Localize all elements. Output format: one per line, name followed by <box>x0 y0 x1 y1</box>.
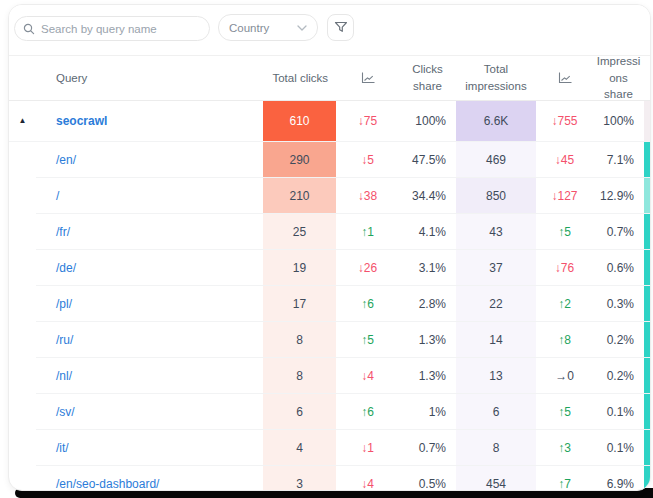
row-expand-cell[interactable]: ▲ <box>9 394 36 430</box>
total-clicks-value: 4 <box>296 441 303 455</box>
query-link[interactable]: /en/seo-dashboard/ <box>56 477 159 491</box>
row-expand-cell[interactable]: ▲ <box>9 430 36 466</box>
collapse-arrow-icon[interactable]: ▲ <box>19 117 27 125</box>
search-input[interactable] <box>41 23 201 35</box>
position-edge-cell <box>644 466 650 490</box>
row-expand-cell[interactable]: ▲ <box>9 142 36 178</box>
header-total-impressions[interactable]: Total impressions <box>456 56 536 101</box>
total-impressions-cell: 22 <box>456 286 536 322</box>
row-expand-cell[interactable]: ▲ <box>9 250 36 286</box>
funnel-icon <box>334 21 348 34</box>
clicks-share-value: 4.1% <box>419 225 446 239</box>
row-expand-cell[interactable]: ▲ <box>9 101 36 142</box>
table-row[interactable]: ▲ /fr/ 25 ↑1 4.1% 43 ↑5 0.7% <box>9 214 650 250</box>
query-link[interactable]: seocrawl <box>56 114 107 128</box>
query-link[interactable]: /sv/ <box>56 405 75 419</box>
total-impressions-value: 43 <box>489 225 502 239</box>
position-edge-cell <box>644 286 650 322</box>
query-cell[interactable]: seocrawl <box>36 101 263 142</box>
chevron-down-icon <box>297 25 307 31</box>
table-row[interactable]: ▲ /ru/ 8 ↑5 1.3% 14 ↑8 0.2% <box>9 322 650 358</box>
query-cell[interactable]: /ru/ <box>36 322 263 358</box>
table-row[interactable]: ▲ /de/ 19 ↓26 3.1% 37 ↓76 0.6% <box>9 250 650 286</box>
table-row[interactable]: ▲ /pl/ 17 ↑6 2.8% 22 ↑2 0.3% <box>9 286 650 322</box>
impressions-trend-value: ↑7 <box>558 477 571 491</box>
clicks-share-cell: 1.3% <box>399 322 456 358</box>
country-dropdown[interactable]: Country <box>218 14 318 41</box>
total-impressions-value: 469 <box>486 153 506 167</box>
table-row[interactable]: ▲ seocrawl 610 ↓75 100% 6.6K ↓755 100% <box>9 101 650 142</box>
query-cell[interactable]: / <box>36 178 263 214</box>
table-row[interactable]: ▲ /en/ 290 ↓5 47.5% 469 ↓45 7.1% <box>9 142 650 178</box>
impressions-trend-value: ↓76 <box>555 261 574 275</box>
row-expand-cell[interactable]: ▲ <box>9 178 36 214</box>
query-cell[interactable]: /nl/ <box>36 358 263 394</box>
total-impressions-value: 14 <box>489 333 502 347</box>
impressions-share-value: 0.7% <box>607 225 634 239</box>
total-clicks-value: 25 <box>293 225 306 239</box>
impressions-share-value: 12.9% <box>600 189 634 203</box>
query-cell[interactable]: /en/seo-dashboard/ <box>36 466 263 490</box>
total-clicks-cell: 6 <box>263 394 336 430</box>
query-cell[interactable]: /fr/ <box>36 214 263 250</box>
query-cell[interactable]: /it/ <box>36 430 263 466</box>
total-impressions-cell: 469 <box>456 142 536 178</box>
header-impressions-trend[interactable] <box>536 56 593 101</box>
header-query[interactable]: Query <box>36 56 263 101</box>
total-clicks-value: 17 <box>293 297 306 311</box>
impressions-share-cell: 100% <box>593 101 644 142</box>
query-link[interactable]: /it/ <box>56 441 69 455</box>
total-clicks-value: 8 <box>296 333 303 347</box>
impressions-trend-cell: ↓45 <box>536 142 593 178</box>
total-clicks-value: 6 <box>296 405 303 419</box>
total-clicks-cell: 210 <box>263 178 336 214</box>
total-impressions-cell: 8 <box>456 430 536 466</box>
impressions-share-value: 6.9% <box>607 477 634 491</box>
total-impressions-value: 8 <box>493 441 500 455</box>
query-link[interactable]: /ru/ <box>56 333 73 347</box>
table-row[interactable]: ▲ /sv/ 6 ↑6 1% 6 ↑5 0.1% <box>9 394 650 430</box>
impressions-share-value: 0.3% <box>607 297 634 311</box>
query-link[interactable]: /fr/ <box>56 225 70 239</box>
header-clicks-share[interactable]: Clicks share <box>399 56 456 101</box>
table-row[interactable]: ▲ / 210 ↓38 34.4% 850 ↓127 12.9% <box>9 178 650 214</box>
clicks-trend-value: ↓4 <box>361 369 374 383</box>
clicks-share-cell: 0.7% <box>399 430 456 466</box>
impressions-share-cell: 12.9% <box>593 178 644 214</box>
total-impressions-value: 22 <box>489 297 502 311</box>
header-total-clicks[interactable]: Total clicks <box>263 56 336 101</box>
query-cell[interactable]: /de/ <box>36 250 263 286</box>
row-expand-cell[interactable]: ▲ <box>9 286 36 322</box>
impressions-trend-cell: ↑3 <box>536 430 593 466</box>
table-row[interactable]: ▲ /it/ 4 ↓1 0.7% 8 ↑3 0.1% <box>9 430 650 466</box>
impressions-share-cell: 0.2% <box>593 322 644 358</box>
search-box[interactable] <box>14 16 210 41</box>
query-link[interactable]: /de/ <box>56 261 76 275</box>
row-expand-cell[interactable]: ▲ <box>9 358 36 394</box>
row-expand-cell[interactable]: ▲ <box>9 466 36 490</box>
table-row[interactable]: ▲ /en/seo-dashboard/ 3 ↓4 0.5% 454 ↑7 6.… <box>9 466 650 490</box>
position-edge-cell <box>644 394 650 430</box>
query-cell[interactable]: /pl/ <box>36 286 263 322</box>
table-row[interactable]: ▲ /nl/ 8 ↓4 1.3% 13 →0 0.2% <box>9 358 650 394</box>
query-link[interactable]: /pl/ <box>56 297 72 311</box>
clicks-share-cell: 1.3% <box>399 358 456 394</box>
query-cell[interactable]: /en/ <box>36 142 263 178</box>
total-impressions-value: 454 <box>486 477 506 491</box>
query-link[interactable]: /nl/ <box>56 369 72 383</box>
filter-button[interactable] <box>327 14 354 41</box>
impressions-trend-value: ↑8 <box>558 333 571 347</box>
position-edge-cell <box>644 250 650 286</box>
row-expand-cell[interactable]: ▲ <box>9 214 36 250</box>
total-clicks-value: 3 <box>296 477 303 491</box>
query-link[interactable]: /en/ <box>56 153 76 167</box>
clicks-trend-value: ↓26 <box>358 261 377 275</box>
clicks-trend-cell: ↓4 <box>336 358 399 394</box>
query-cell[interactable]: /sv/ <box>36 394 263 430</box>
header-impressions-share[interactable]: Impressions share <box>593 56 644 101</box>
row-expand-cell[interactable]: ▲ <box>9 322 36 358</box>
header-clicks-trend[interactable] <box>336 56 399 101</box>
chart-icon <box>536 72 593 84</box>
clicks-trend-value: ↓1 <box>361 441 374 455</box>
query-link[interactable]: / <box>56 189 59 203</box>
